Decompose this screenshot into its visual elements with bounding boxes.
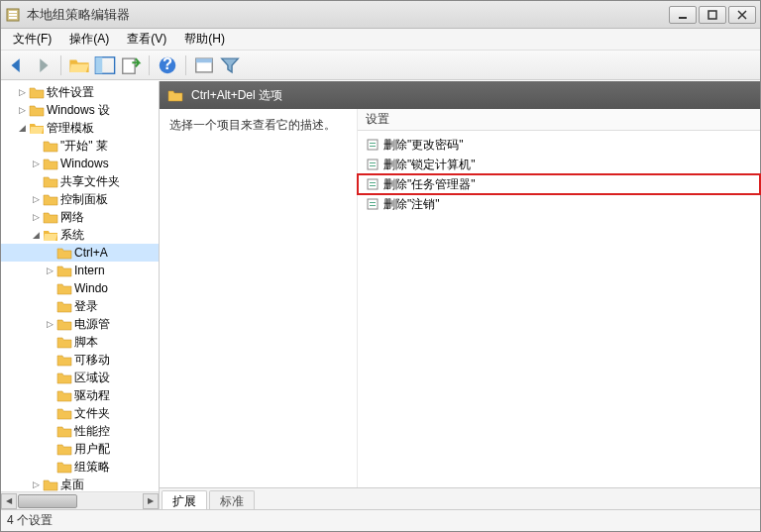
export-button[interactable] <box>119 53 143 77</box>
folder-icon <box>56 281 72 295</box>
scroll-right-button[interactable]: ▶ <box>143 493 159 509</box>
policy-label: 删除"锁定计算机" <box>383 157 476 173</box>
tree-node-folder-redir[interactable]: 文件夹 <box>1 404 159 422</box>
svg-rect-18 <box>370 165 376 166</box>
tree-node-locale[interactable]: 区域设 <box>1 369 159 386</box>
statusbar: 4 个设置 <box>1 509 760 531</box>
policy-item-lock-computer[interactable]: 删除"锁定计算机" <box>358 155 760 174</box>
tree-label: 可移动 <box>74 352 110 369</box>
folder-icon <box>56 442 72 456</box>
tree-node-desktop[interactable]: ▷桌面 <box>1 476 159 491</box>
svg-rect-20 <box>370 182 376 183</box>
tree-node-removable[interactable]: 可移动 <box>1 351 159 369</box>
tree-node-perf[interactable]: 性能控 <box>1 422 159 440</box>
properties-button[interactable] <box>192 53 216 77</box>
scroll-left-button[interactable]: ◀ <box>1 493 17 509</box>
maximize-button[interactable] <box>699 6 726 24</box>
close-button[interactable] <box>728 6 756 24</box>
show-hide-tree-button[interactable] <box>93 53 117 77</box>
folder-open-icon <box>43 228 58 242</box>
tree-label: Intern <box>74 264 105 277</box>
forward-button[interactable] <box>31 53 54 77</box>
tree-label: 文件夹 <box>74 405 110 422</box>
policy-icon <box>366 197 380 211</box>
svg-rect-7 <box>95 56 102 73</box>
minimize-button[interactable] <box>669 6 697 24</box>
svg-rect-22 <box>368 199 378 209</box>
scroll-thumb[interactable] <box>18 494 77 508</box>
folder-icon <box>43 210 58 224</box>
folder-icon <box>56 371 72 384</box>
tree-node-power-mgmt[interactable]: ▷电源管 <box>1 315 159 333</box>
tree-node-start-menu[interactable]: "开始" 莱 <box>1 137 159 155</box>
folder-icon <box>56 406 72 420</box>
app-icon <box>5 7 21 23</box>
tree-node-control-panel[interactable]: ▷控制面板 <box>1 190 159 208</box>
tree-node-shared-folders[interactable]: 共享文件夹 <box>1 172 159 190</box>
folder-icon <box>29 103 45 117</box>
svg-rect-8 <box>123 58 135 73</box>
policy-item-change-password[interactable]: 删除"更改密码" <box>358 135 760 155</box>
svg-rect-14 <box>370 143 376 144</box>
tree-node-internet[interactable]: ▷Intern <box>1 262 159 279</box>
tree-node-user-profile[interactable]: 用户配 <box>1 440 159 458</box>
folder-icon <box>56 299 72 313</box>
filter-button[interactable] <box>218 53 242 77</box>
folder-icon <box>56 335 72 349</box>
folder-icon <box>56 246 72 260</box>
tree-node-network[interactable]: ▷网络 <box>1 208 159 226</box>
back-button[interactable] <box>5 53 29 77</box>
tree-node-logon[interactable]: 登录 <box>1 297 159 315</box>
tree-label: 区域设 <box>74 370 110 386</box>
svg-rect-16 <box>368 160 378 169</box>
tree-node-group-policy[interactable]: 组策略 <box>1 458 159 476</box>
svg-rect-15 <box>370 146 376 147</box>
policy-icon <box>366 138 380 152</box>
svg-rect-21 <box>370 185 376 186</box>
tree-view[interactable]: ▷软件设置 ▷Windows 设 ◢管理模板 "开始" 莱 ▷Windows 共… <box>1 81 159 491</box>
tree-node-windows-sub[interactable]: Windo <box>1 279 159 297</box>
menu-view[interactable]: 查看(V) <box>119 29 174 50</box>
tree-label: "开始" 莱 <box>60 138 108 155</box>
menubar: 文件(F) 操作(A) 查看(V) 帮助(H) <box>1 29 760 51</box>
tab-standard[interactable]: 标准 <box>209 490 255 509</box>
tree-node-admin-templates[interactable]: ◢管理模板 <box>1 119 159 137</box>
tree-label: 驱动程 <box>74 387 110 404</box>
details-header: Ctrl+Alt+Del 选项 <box>160 81 760 109</box>
tab-extended[interactable]: 扩展 <box>162 490 207 509</box>
tree-node-driver[interactable]: 驱动程 <box>1 386 159 404</box>
help-button[interactable]: ? <box>156 53 179 77</box>
policy-item-logoff[interactable]: 删除"注销" <box>358 194 760 214</box>
tree-label: Windo <box>74 281 108 295</box>
policy-item-task-manager[interactable]: 删除"任务管理器" <box>358 174 760 194</box>
expand-icon: ▷ <box>43 266 56 275</box>
tree-node-windows-settings[interactable]: ▷Windows 设 <box>1 101 159 119</box>
up-button[interactable] <box>67 53 91 77</box>
tree-node-software-settings[interactable]: ▷软件设置 <box>1 83 159 101</box>
horizontal-scrollbar[interactable]: ◀ ▶ <box>1 491 159 509</box>
collapse-icon: ◢ <box>15 123 29 133</box>
tree-node-system[interactable]: ◢系统 <box>1 226 159 244</box>
expand-icon: ▷ <box>29 212 43 222</box>
folder-icon <box>56 353 72 367</box>
folder-icon <box>43 192 58 206</box>
tree-node-windows-components[interactable]: ▷Windows <box>1 155 159 172</box>
svg-rect-5 <box>708 11 716 19</box>
tree-node-scripts[interactable]: 脚本 <box>1 333 159 351</box>
tree-node-ctrl-alt-del[interactable]: Ctrl+A <box>1 244 159 262</box>
tree-label: 电源管 <box>74 316 110 333</box>
status-text: 4 个设置 <box>7 512 53 529</box>
menu-file[interactable]: 文件(F) <box>5 29 59 50</box>
settings-list-column: 设置 删除"更改密码" 删除"锁定计算机" 删除"任务管理器" <box>358 109 760 487</box>
scroll-track[interactable] <box>17 493 143 509</box>
tree-label: 控制面板 <box>60 191 108 208</box>
menu-action[interactable]: 操作(A) <box>61 29 117 50</box>
svg-rect-23 <box>370 202 376 203</box>
settings-column-header[interactable]: 设置 <box>358 109 760 131</box>
expand-icon: ▷ <box>15 105 29 115</box>
menu-help[interactable]: 帮助(H) <box>176 29 233 50</box>
folder-icon <box>43 139 58 153</box>
tree-label: Windows 设 <box>47 102 110 119</box>
tree-label: 组策略 <box>74 459 110 476</box>
settings-list: 删除"更改密码" 删除"锁定计算机" 删除"任务管理器" 删除"注销" <box>358 131 760 218</box>
